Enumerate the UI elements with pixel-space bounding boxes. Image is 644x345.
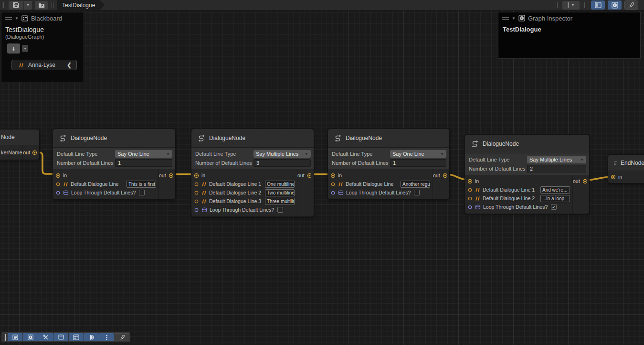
dialogue-node-1[interactable]: DialogueNode Default Line Type Say One L… <box>53 129 176 200</box>
loop-checkbox[interactable] <box>414 190 420 195</box>
save-icon <box>13 2 19 8</box>
inspector-graph-name: TestDialogue <box>498 24 640 35</box>
field-label: Number of Default Lines <box>469 166 527 172</box>
line-type-dropdown[interactable]: Say One Line▼ <box>115 150 172 158</box>
loop-checkbox[interactable] <box>139 190 145 195</box>
add-property-dropdown[interactable]: ▼ <box>22 45 28 52</box>
save-dropdown-button[interactable]: ▼ <box>24 1 32 10</box>
tools-icon <box>43 334 49 340</box>
dialogue-line-input[interactable]: ...in a loop <box>540 195 570 202</box>
inspector-header[interactable]: ▼ Graph Inspector <box>498 12 640 24</box>
line-port[interactable] <box>55 182 61 187</box>
dialogue-node-3[interactable]: DialogueNode Default Line Type Say One L… <box>327 129 450 200</box>
overflow-menu-button[interactable] <box>99 333 114 341</box>
field-label: Number of Default Lines <box>195 160 253 166</box>
dialogue-line-input[interactable]: Another regu <box>401 181 430 188</box>
blackboard-icon <box>21 15 28 22</box>
tab-testdialogue[interactable]: TestDialogue <box>57 0 105 11</box>
add-property-button[interactable]: + <box>7 43 20 54</box>
blackboard-property[interactable]: Anna-Lyse ❮ <box>11 60 77 70</box>
port-label: Loop Through Default Lines? <box>210 207 274 213</box>
line-type-dropdown[interactable]: Say One Line▼ <box>390 150 446 158</box>
field-label: Default Line Type <box>332 151 390 157</box>
toggle-info-button[interactable] <box>23 333 38 341</box>
node-partial[interactable]: Node kerName out <box>0 129 40 160</box>
toggle-pen-button[interactable] <box>115 333 129 341</box>
in-port-label: in <box>63 172 67 178</box>
in-port[interactable] <box>194 173 199 178</box>
dialogue-node-4[interactable]: DialogueNode Default Line Type Say Multi… <box>465 134 590 214</box>
save-button[interactable] <box>9 1 23 10</box>
dialogue-line-input[interactable]: And we're... <box>540 186 570 194</box>
port-label: Default Dialogue Line 2 <box>483 195 535 201</box>
toggle-preview-shape-button[interactable] <box>84 333 99 341</box>
quote-icon <box>201 182 207 186</box>
dialogue-line-input[interactable]: Three multilin <box>265 198 295 205</box>
loop-port[interactable] <box>467 205 473 210</box>
overflow-menu-button[interactable]: ▼ <box>562 1 580 10</box>
line-type-dropdown[interactable]: Say Multiple Lines▼ <box>527 156 586 163</box>
out-port[interactable] <box>307 173 311 178</box>
inspector-icon <box>612 2 618 9</box>
loop-port[interactable] <box>55 190 61 195</box>
node-title: DialogueNode <box>328 129 449 148</box>
toggle-preview-button[interactable] <box>624 0 638 10</box>
line-port[interactable] <box>194 190 199 195</box>
toggle-tools-button[interactable] <box>38 333 53 341</box>
toggle-menu-button[interactable] <box>8 333 22 341</box>
toggle-blackboard-button[interactable] <box>69 333 84 341</box>
panel-title-text: Blackboard <box>31 15 62 22</box>
quote-icon <box>338 182 343 186</box>
drag-handle-icon[interactable] <box>502 17 509 20</box>
line-port[interactable] <box>467 196 473 201</box>
num-lines-input[interactable]: 1 <box>390 159 446 167</box>
line-type-dropdown[interactable]: Say Multiple Lines▼ <box>253 150 311 158</box>
out-port[interactable] <box>169 173 173 178</box>
loop-checkbox[interactable] <box>277 207 283 213</box>
bottom-toolbar <box>1 332 130 342</box>
dialogue-node-2[interactable]: DialogueNode Default Line Type Say Multi… <box>191 129 314 217</box>
toggle-inspector-button[interactable] <box>608 0 622 10</box>
num-lines-input[interactable]: 1 <box>115 159 172 167</box>
line-port[interactable] <box>194 199 199 204</box>
out-port[interactable] <box>443 173 447 178</box>
out-port[interactable] <box>582 179 587 184</box>
dialogue-line-input[interactable]: This is a first <box>127 181 156 188</box>
out-port[interactable] <box>32 150 37 155</box>
drag-handle-icon[interactable] <box>5 17 12 20</box>
open-asset-button[interactable] <box>35 1 48 10</box>
toggle-window-button[interactable] <box>53 333 68 341</box>
loop-checkbox[interactable]: ✓ <box>551 204 557 210</box>
line-port[interactable] <box>194 182 199 187</box>
in-port[interactable] <box>55 173 61 178</box>
line-port[interactable] <box>467 187 473 193</box>
toolbar-drag-handle[interactable] <box>4 334 6 341</box>
blackboard-header[interactable]: ▼ Blackboard <box>1 12 84 24</box>
dialogue-line-input[interactable]: Two multiline <box>265 189 295 196</box>
in-port[interactable] <box>330 173 336 178</box>
graph-inspector-panel[interactable]: ▼ Graph Inspector TestDialogue <box>498 12 641 59</box>
num-lines-input[interactable]: 2 <box>527 165 586 172</box>
toolbar-drag-handle[interactable] <box>2 2 4 8</box>
collapse-triangle-icon[interactable]: ▼ <box>512 16 516 21</box>
dropdown-value: Say Multiple Lines <box>256 151 298 157</box>
end-node[interactable]: EndNode in <box>608 154 644 183</box>
loop-port[interactable] <box>194 207 199 213</box>
dialogue-line-input[interactable]: One multiline <box>265 181 295 188</box>
in-port[interactable] <box>467 179 473 184</box>
blackboard-icon <box>73 334 79 340</box>
dialogue-node-icon <box>471 140 479 147</box>
loop-port[interactable] <box>330 190 336 195</box>
in-port[interactable] <box>611 174 616 180</box>
line-port[interactable] <box>330 182 336 187</box>
property-name: Anna-Lyse <box>28 62 55 68</box>
blackboard-panel[interactable]: ▼ Blackboard TestDialogue (DialogueGraph… <box>1 12 84 82</box>
quote-icon <box>201 199 207 204</box>
toolbar-separator <box>584 2 586 8</box>
num-lines-input[interactable]: 3 <box>253 159 311 167</box>
chevron-left-icon[interactable]: ❮ <box>67 62 72 68</box>
collapse-triangle-icon[interactable]: ▼ <box>15 16 19 21</box>
field-label: Default Line Type <box>469 157 527 162</box>
tab-label: TestDialogue <box>62 2 95 9</box>
toggle-blackboard-button[interactable] <box>591 0 605 10</box>
